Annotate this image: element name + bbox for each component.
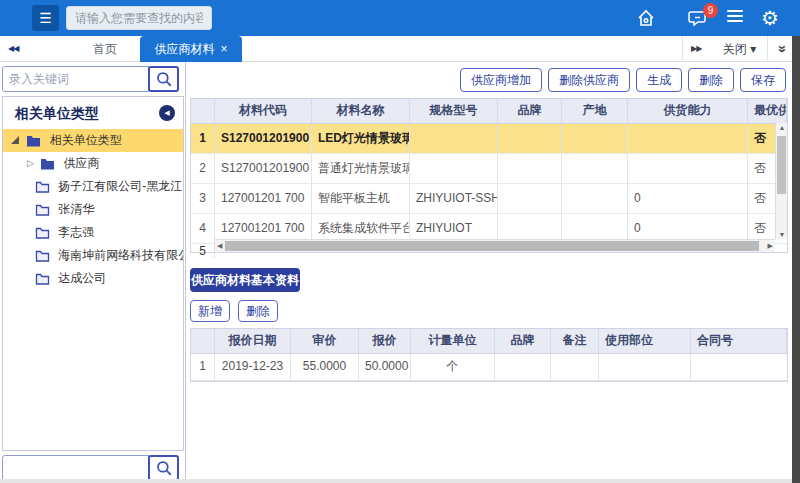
folder-icon — [35, 180, 50, 193]
table-row[interactable]: 3 127001201 700 智能平板主机 ZHIYUIOT-SSH- 0 否 — [191, 184, 787, 214]
tree-item-label: 相关单位类型 — [50, 133, 122, 147]
tab-home[interactable]: 首页 — [75, 36, 135, 62]
tree-item-root[interactable]: 相关单位类型 — [3, 129, 183, 152]
col-brand[interactable]: 品牌 — [498, 99, 562, 123]
col-supply-capacity[interactable]: 供货能力 — [628, 99, 748, 123]
tab-label: 供应商材料 — [154, 42, 214, 56]
tree-item-person[interactable]: 张清华 — [3, 198, 183, 221]
row-number: 1 — [191, 354, 215, 380]
col-origin[interactable]: 产地 — [562, 99, 628, 123]
cell-audit-price: 55.0000 — [291, 354, 359, 380]
horizontal-scrollbar[interactable]: ◀ ▶ — [215, 239, 775, 252]
main-content: 供应商增加 删除供应商 生成 删除 保存 材料代码 材料名称 规格型号 品牌 产… — [186, 62, 792, 483]
table-row[interactable]: 1 2019-12-23 55.0000 50.0000 个 — [191, 354, 787, 381]
materials-table: 材料代码 材料名称 规格型号 品牌 产地 供货能力 最优供应 1 S127001… — [190, 98, 788, 253]
delete-supplier-button[interactable]: 删除供应商 — [548, 68, 630, 92]
sidebar: 相关单位类型 ◀ 相关单位类型 ▷ 供应商 — [0, 62, 186, 483]
tree-item-label: 扬子江有限公司-黑龙江分部 — [58, 179, 183, 193]
tabs-scroll-left-icon[interactable]: ◀◀ — [8, 36, 18, 62]
caret-expanded-icon[interactable] — [11, 136, 19, 144]
tab-supplier-materials[interactable]: 供应商材料× — [140, 36, 242, 62]
window-edge — [0, 479, 792, 483]
cell-spec — [410, 154, 498, 183]
add-row-button[interactable]: 新增 — [190, 300, 230, 322]
tree-item-person[interactable]: 李志强 — [3, 221, 183, 244]
scrollbar-thumb[interactable] — [777, 136, 786, 194]
cell-spec — [410, 124, 498, 153]
save-button[interactable]: 保存 — [740, 68, 786, 92]
keyword-search-input[interactable] — [2, 66, 149, 92]
row-number: 1 — [191, 124, 215, 153]
col-best-supplier[interactable]: 最优供应 — [748, 99, 787, 123]
tree-item-company[interactable]: 达成公司 — [3, 267, 183, 290]
cell-capacity — [628, 154, 748, 183]
scroll-right-icon[interactable]: ▶ — [768, 240, 773, 252]
col-spec-model[interactable]: 规格型号 — [410, 99, 498, 123]
scroll-up-icon[interactable]: ▲ — [776, 124, 788, 131]
col-note[interactable]: 备注 — [551, 329, 599, 353]
scroll-down-icon[interactable]: ▼ — [776, 231, 788, 238]
global-search-input[interactable] — [66, 6, 212, 30]
generate-button[interactable]: 生成 — [636, 68, 682, 92]
add-supplier-button[interactable]: 供应商增加 — [460, 68, 542, 92]
tree-item-label: 张清华 — [58, 202, 94, 216]
main-menu-icon[interactable]: ☰ — [32, 5, 59, 31]
tabs-scroll-right-icon[interactable]: ▶▶ — [682, 36, 709, 62]
quotes-table-header: 报价日期 审价 报价 计量单位 品牌 备注 使用部位 合同号 — [191, 329, 787, 354]
col-quote[interactable]: 报价 — [359, 329, 411, 353]
cell-name: 普通灯光情景玻璃 — [312, 154, 410, 183]
tree-item-company[interactable]: 海南坤前网络科技有限公司 — [3, 244, 183, 267]
folder-icon — [40, 157, 55, 170]
tab-close-icon[interactable]: × — [220, 42, 227, 56]
cell-origin — [562, 124, 628, 153]
cell-usage — [599, 354, 691, 380]
cell-code: 127001201 700 — [215, 184, 312, 213]
chevron-down-icon: ▾ — [750, 42, 756, 56]
unit-type-panel: 相关单位类型 ◀ 相关单位类型 ▷ 供应商 — [2, 96, 184, 451]
cell-name: 智能平板主机 — [312, 184, 410, 213]
scrollbar-thumb[interactable] — [225, 241, 759, 251]
cell-note — [551, 354, 599, 380]
delete-button[interactable]: 删除 — [688, 68, 734, 92]
col-brand[interactable]: 品牌 — [495, 329, 551, 353]
scroll-left-icon[interactable]: ◀ — [217, 240, 222, 252]
folder-icon — [35, 272, 50, 285]
folder-icon — [35, 226, 50, 239]
close-tabs-menu[interactable]: 关闭 ▾ — [712, 36, 768, 62]
col-quote-date[interactable]: 报价日期 — [215, 329, 291, 353]
cell-origin — [562, 184, 628, 213]
search-button[interactable] — [148, 66, 179, 92]
vertical-scrollbar[interactable]: ▲ ▼ — [775, 123, 787, 239]
col-material-name[interactable]: 材料名称 — [312, 99, 410, 123]
supplier-material-info-tab[interactable]: 供应商材料基本资料 — [190, 268, 300, 292]
caret-collapsed-icon[interactable]: ▷ — [27, 152, 34, 175]
col-unit[interactable]: 计量单位 — [411, 329, 495, 353]
col-material-code[interactable]: 材料代码 — [215, 99, 312, 123]
cell-code: S127001201900 — [215, 124, 312, 153]
tree-item-supplier[interactable]: ▷ 供应商 — [3, 152, 183, 175]
cell-code: S127001201900 — [215, 154, 312, 183]
col-contract-no[interactable]: 合同号 — [691, 329, 787, 353]
row-number: 4 — [191, 214, 215, 243]
table-row[interactable]: 1 S127001201900 LED灯光情景玻璃 否 — [191, 124, 787, 154]
table-row[interactable]: 2 S127001201900 普通灯光情景玻璃 否 — [191, 154, 787, 184]
col-usage-location[interactable]: 使用部位 — [599, 329, 691, 353]
panel-collapse-icon[interactable]: ◀ — [159, 105, 175, 121]
cell-origin — [562, 154, 628, 183]
home-icon[interactable] — [636, 8, 656, 28]
tree-filter-input[interactable] — [2, 455, 149, 481]
settings-gear-icon[interactable]: ⚙ — [761, 5, 779, 31]
cell-contract — [691, 354, 787, 380]
collapse-up-icon[interactable]: » — [774, 36, 792, 62]
search-button[interactable] — [148, 455, 179, 481]
tree-item-company[interactable]: 扬子江有限公司-黑龙江分部 — [3, 175, 183, 198]
cell-brand — [498, 124, 562, 153]
delete-row-button[interactable]: 删除 — [238, 300, 278, 322]
cell-date: 2019-12-23 — [215, 354, 291, 380]
quotes-table: 报价日期 审价 报价 计量单位 品牌 备注 使用部位 合同号 1 2019-12… — [190, 328, 788, 382]
list-menu-icon[interactable] — [727, 10, 743, 24]
col-audit-price[interactable]: 审价 — [291, 329, 359, 353]
app-window: ☰ 9 ⚙ ◀◀ 首页 供应商材料× ▶▶ 关闭 ▾ » — [0, 0, 800, 483]
tab-bar: ◀◀ 首页 供应商材料× ▶▶ 关闭 ▾ » — [0, 36, 792, 62]
notification-badge: 9 — [703, 3, 718, 18]
